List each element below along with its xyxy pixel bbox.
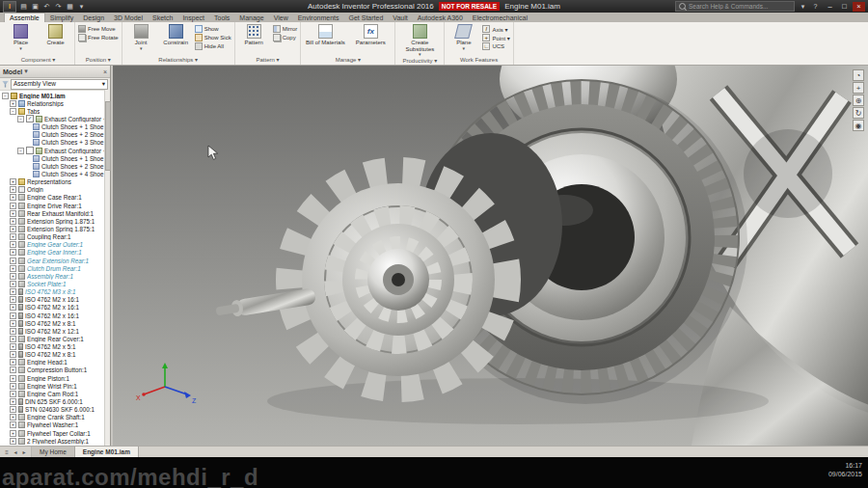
viewport-render[interactable]: X Z	[113, 66, 868, 446]
maximize-button[interactable]: □	[838, 2, 851, 12]
tool-hide-all[interactable]: Hide All	[195, 42, 231, 50]
panel-label-relationships[interactable]: Relationships ▾	[125, 56, 231, 65]
dropdown-arrow-icon[interactable]: ▾	[463, 46, 466, 51]
application-menu-button[interactable]: I	[3, 1, 16, 13]
docbar-nav-icon-0[interactable]: ≡	[3, 449, 11, 455]
expand-toggle-icon[interactable]: +	[10, 312, 16, 319]
tree-item-iso-4762-m2-x-16-1[interactable]: +ISO 4762 M2 x 16:1	[0, 304, 110, 312]
panel-label-position[interactable]: Position ▾	[78, 56, 119, 65]
expand-toggle-icon[interactable]: +	[10, 194, 16, 201]
look-at-icon[interactable]: ◉	[853, 120, 864, 131]
tree-item-iso-4762-m2-x-16-1[interactable]: +ISO 4762 M2 x 16:1	[0, 296, 110, 304]
tool-free-rotate[interactable]: Free Rotate	[78, 34, 119, 41]
expand-toggle-icon[interactable]: +	[10, 414, 16, 420]
expand-toggle-icon[interactable]: −	[10, 108, 16, 115]
docbar-nav-icon-1[interactable]: ◂	[12, 448, 19, 455]
browser-header-dropdown-icon[interactable]: ▾	[24, 68, 28, 75]
search-input[interactable]	[689, 3, 791, 10]
tree-item-engine-gear-outer-1[interactable]: +Engine Gear Outer:1	[0, 241, 110, 249]
tool-pattern[interactable]: Pattern	[238, 23, 270, 46]
expand-toggle-icon[interactable]: +	[10, 320, 16, 327]
expand-toggle-icon[interactable]: +	[10, 241, 16, 248]
tree-item-2-flywheel-assembly-1[interactable]: +2 Flywheel Assembly:1	[0, 437, 110, 445]
zoom-icon[interactable]: ⊕	[853, 95, 864, 106]
orbit-icon[interactable]: ↻	[853, 107, 864, 119]
panel-label-productivity[interactable]: Productivity ▾	[398, 57, 441, 66]
ribbon-tab-view[interactable]: View	[269, 14, 293, 22]
tree-item-gear-extension-rear-1[interactable]: +Gear Extension Rear:1	[0, 257, 110, 264]
expand-toggle-icon[interactable]: +	[10, 391, 16, 397]
pan-icon[interactable]: +	[853, 82, 864, 94]
sign-in-icon[interactable]: ▾	[799, 2, 807, 11]
tree-item-din-625-skf-6-000-1[interactable]: +DIN 625 SKF 6.000:1	[0, 397, 110, 405]
expand-toggle-icon[interactable]: −	[17, 148, 24, 154]
tool-ucs[interactable]: ∟UCS	[482, 42, 509, 50]
tree-item-iso-4762-m2-x-16-1[interactable]: +ISO 4762 M2 x 16:1	[0, 312, 110, 319]
tool-parameters[interactable]: fxParameters	[349, 23, 392, 46]
tree-item-iso-4762-m3-x-8-1[interactable]: +ISO 4762 M3 x 8:1	[0, 288, 110, 296]
tree-item-flywheel-taper-collar-1[interactable]: +Flywheel Taper Collar:1	[0, 429, 110, 437]
tree-item-iso-4762-m2-x-5-1[interactable]: +ISO 4762 M2 x 5:1	[0, 343, 110, 351]
tree-item-iso-4762-m2-x-12-1[interactable]: +ISO 4762 M2 x 12:1	[0, 327, 110, 335]
ribbon-tab-simplify[interactable]: Simplify	[45, 14, 79, 22]
dropdown-arrow-icon[interactable]: ▾	[19, 46, 22, 51]
tree-item-stn-024630-skf-6-000-1[interactable]: +STN 024630 SKF 6.000:1	[0, 406, 110, 414]
tree-item-engine-wrist-pin-1[interactable]: +Engine Wrist Pin:1	[0, 382, 110, 390]
expand-toggle-icon[interactable]: −	[17, 116, 24, 122]
expand-toggle-icon[interactable]: +	[10, 296, 16, 303]
tree-item-clutch-shoes-2-shoe[interactable]: Clutch Shoes + 2 Shoe	[0, 131, 110, 139]
view-selector[interactable]: Assembly View ▾	[11, 79, 108, 90]
redo-icon[interactable]: ↷	[54, 2, 63, 11]
ribbon-tab-electromechanical[interactable]: Electromechanical	[468, 14, 532, 22]
expand-toggle-icon[interactable]: +	[10, 336, 16, 342]
tool-mirror[interactable]: Mirror	[273, 25, 298, 33]
tree-item-engine-drive-rear-1[interactable]: +Engine Drive Rear:1	[0, 202, 110, 209]
undo-icon[interactable]: ↶	[42, 2, 51, 11]
tree-item-extension-spring-1-875-1[interactable]: +Extension Spring 1.875:1	[0, 217, 110, 225]
tree-item-clutch-shoes-1-shoe[interactable]: Clutch Shoes + 1 Shoe	[0, 123, 110, 131]
expand-toggle-icon[interactable]: +	[10, 100, 16, 107]
tool-copy[interactable]: Copy	[273, 34, 298, 41]
tool-joint[interactable]: Joint▾	[125, 23, 157, 51]
tree-item-engine-rear-cover-1[interactable]: +Engine Rear Cover:1	[0, 335, 110, 342]
tool-point[interactable]: +Point ▾	[482, 34, 509, 41]
tree-item-representations[interactable]: +Representations	[0, 178, 110, 186]
tree-item-flywheel-washer-1[interactable]: +Flywheel Washer:1	[0, 421, 110, 429]
expand-toggle-icon[interactable]: +	[10, 359, 16, 366]
expand-toggle-icon[interactable]: +	[10, 218, 16, 225]
qat-dropdown-icon[interactable]: ▾	[77, 2, 86, 11]
tool-constrain[interactable]: Constrain	[160, 23, 192, 46]
tree-item-engine-gear-inner-1[interactable]: +Engine Gear Inner:1	[0, 249, 110, 257]
navigation-wheel-icon[interactable]: ◔	[853, 69, 864, 81]
tool-bill-of-materials[interactable]: Bill of Materials	[304, 23, 346, 46]
expand-toggle-icon[interactable]: +	[10, 438, 16, 445]
tree-item-origin[interactable]: +Origin	[0, 186, 110, 194]
expand-toggle-icon[interactable]: +	[10, 406, 16, 413]
browser-close-icon[interactable]: ×	[103, 68, 107, 75]
expand-toggle-icon[interactable]: +	[10, 265, 16, 272]
tree-item-assembly-rear-1[interactable]: +Assembly Rear:1	[0, 272, 110, 280]
tool-create-substitutes[interactable]: Create Substitutes▾	[398, 23, 441, 57]
tree-item-engine-piston-1[interactable]: +Engine Piston:1	[0, 374, 110, 382]
panel-label-pattern[interactable]: Pattern ▾	[238, 56, 298, 65]
tool-axis[interactable]: /Axis ▾	[482, 25, 509, 33]
tree-item-compression-button-1[interactable]: +Compression Button:1	[0, 366, 110, 374]
tree-item-rear-exhaust-manifold-1[interactable]: +Rear Exhaust Manifold:1	[0, 209, 110, 217]
print-icon[interactable]: ▦	[66, 2, 74, 11]
expand-toggle-icon[interactable]: +	[10, 203, 16, 209]
expand-toggle-icon[interactable]: +	[10, 351, 16, 358]
configuration-checkbox[interactable]	[26, 147, 34, 154]
help-icon[interactable]: ?	[811, 2, 820, 11]
filter-icon[interactable]	[2, 81, 9, 88]
tree-item-engine-cam-rod-1[interactable]: +Engine Cam Rod:1	[0, 390, 110, 397]
expand-toggle-icon[interactable]: +	[10, 226, 16, 232]
help-search-box[interactable]	[675, 1, 795, 12]
tree-item-coupling-rear-1[interactable]: +Coupling Rear:1	[0, 233, 110, 241]
expand-toggle-icon[interactable]: −	[2, 93, 9, 99]
tree-item-relationships[interactable]: +Relationships	[0, 99, 110, 107]
tree-item-iso-4762-m2-x-8-1[interactable]: +ISO 4762 M2 x 8:1	[0, 351, 110, 359]
expand-toggle-icon[interactable]: +	[10, 328, 16, 335]
ribbon-tab-manage[interactable]: Manage	[234, 14, 268, 22]
configuration-checkbox[interactable]: ✓	[26, 115, 34, 122]
tree-item-clutch-drum-rear-1[interactable]: +Clutch Drum Rear:1	[0, 264, 110, 272]
